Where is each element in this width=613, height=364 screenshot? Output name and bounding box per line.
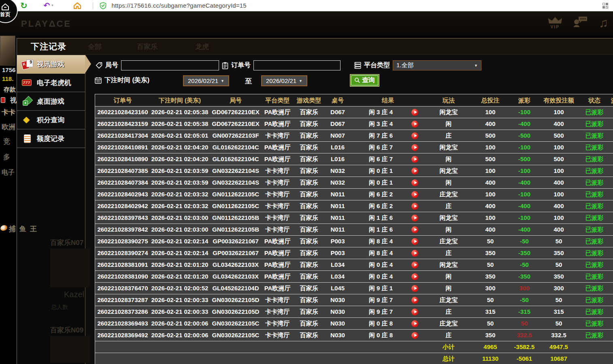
play-video-icon[interactable] (411, 273, 418, 280)
play-video-icon[interactable] (411, 238, 418, 245)
play-video-icon[interactable] (411, 168, 418, 175)
cell-play-type: 庄 (426, 330, 472, 341)
home-icon[interactable] (73, 2, 81, 9)
subtotal-bet: 4965 (472, 341, 509, 353)
date-to-select[interactable]: 2026/02/21 ▼ (261, 75, 307, 86)
play-video-icon[interactable] (411, 203, 418, 210)
cell-bet-time: 2026-02-21 02:05:38 (150, 106, 209, 118)
cell-result: 闲 6 庄 2 (350, 200, 426, 212)
cell-payout: -100 (509, 142, 540, 153)
tag-icon (96, 62, 102, 69)
date-from-select[interactable]: 2026/02/21 ▼ (183, 75, 229, 86)
home-badge-label: 首页 (0, 11, 11, 18)
cell-total-bet: 50 (472, 294, 509, 306)
cell-game-type: 百家乐 (293, 106, 325, 118)
url-text[interactable]: https://175616.cc/subgame?gameCategoryId… (111, 2, 246, 9)
cell-play-type: 庄龙宝 (426, 318, 472, 329)
play-video-icon[interactable] (411, 156, 418, 163)
undo-icon[interactable]: ↶ (44, 1, 50, 11)
cell-play-type: 庄龙宝 (426, 294, 472, 306)
music-icon[interactable]: ♫ (599, 17, 608, 29)
refresh-icon[interactable]: ↻ (20, 1, 28, 11)
round-id-input[interactable] (121, 60, 219, 70)
cell-play-type: 闲龙宝 (426, 106, 472, 118)
cell-platform: 卡卡湾厅 (262, 177, 293, 188)
cell-platform: PA欧洲厅 (262, 247, 293, 259)
chat-button[interactable] (573, 15, 588, 29)
cell-payout-time (611, 318, 613, 329)
search-button[interactable]: 查询 (350, 74, 379, 87)
cell-valid-bet: 100 (540, 165, 578, 177)
cell-play-type: 庄 (426, 200, 472, 212)
cell-status: 已派彩 (578, 142, 611, 153)
bg-nav-video: 视 (10, 96, 17, 105)
cell-payout: -400 (509, 200, 540, 212)
play-video-icon[interactable] (411, 250, 418, 257)
cell-valid-bet: 100 (540, 189, 578, 200)
cell-total-bet: 350 (472, 271, 509, 282)
cell-bet-time: 2026-02-21 02:04:20 (150, 142, 209, 153)
play-video-icon[interactable] (411, 285, 418, 292)
play-video-icon[interactable] (411, 297, 418, 304)
cell-result: 闲 9 庄 1 (350, 283, 426, 294)
table-row: 260221028373286 2026-02-21 02:00:33 GN03… (95, 306, 613, 318)
play-video-icon[interactable] (411, 109, 418, 116)
cell-order-id: 260221028410890 (95, 153, 150, 165)
play-video-icon[interactable] (411, 262, 418, 268)
bg-tab-all: 全部 (88, 42, 102, 51)
cell-result: 闲 7 庄 6 (350, 130, 426, 141)
undo-dropdown-caret[interactable]: ▼ (51, 4, 54, 7)
cell-platform: PA欧洲厅 (262, 283, 293, 294)
play-video-icon[interactable] (411, 226, 418, 233)
col-round-id: 局号 (209, 94, 262, 106)
cell-bet-time: 2026-02-21 02:05:01 (150, 130, 209, 141)
cell-platform: PA欧洲厅 (262, 153, 293, 165)
sidebar-item-table-games[interactable]: 桌面游戏 (17, 92, 85, 111)
cell-valid-bet: 350 (540, 271, 578, 282)
cell-status: 已派彩 (578, 330, 611, 341)
doc-icon (22, 134, 33, 143)
play-video-icon[interactable] (411, 144, 418, 151)
chevron-down-icon: ▼ (221, 79, 224, 83)
play-video-icon[interactable] (411, 309, 418, 315)
cell-table-no: L034 (325, 259, 350, 270)
vip-button[interactable]: VIP (548, 17, 562, 29)
cell-bet-time: 2026-02-21 02:00:06 (150, 318, 209, 329)
table-row: 260221028423159 2026-02-21 02:05:38 GD06… (95, 118, 613, 130)
platform-type-select[interactable]: 1.全部 ▼ (393, 60, 481, 70)
play-video-icon[interactable] (411, 179, 418, 186)
play-video-icon[interactable] (411, 191, 418, 198)
grid-menu-icon[interactable] (602, 3, 608, 9)
bg-nav-dianzi: 电子 (2, 168, 15, 177)
sidebar-item-credit-records[interactable]: 额度记录 (17, 130, 85, 148)
cell-payout-time (611, 189, 613, 200)
balance-points: 1756 (2, 66, 15, 73)
security-shield-icon[interactable] (100, 2, 106, 9)
date-to-value: 2026/02/21 (266, 77, 296, 84)
cell-total-bet: 100 (472, 106, 509, 118)
subtotal-valid: 4947.5 (540, 341, 578, 353)
cell-table-no: P003 (325, 236, 350, 247)
play-video-icon[interactable] (411, 132, 418, 139)
cell-table-no: N011 (325, 200, 350, 212)
platform-type-value: 1.全部 (396, 62, 414, 69)
sidebar-item-points[interactable]: 积分查询 (17, 111, 85, 130)
cell-valid-bet: 400 (540, 224, 578, 235)
cell-payout-time (611, 259, 613, 270)
cell-platform: PA欧洲厅 (262, 106, 293, 118)
cell-payout-time (611, 224, 613, 235)
table-row: 260221028381090 2026-02-21 02:01:20 GL03… (95, 271, 613, 283)
play-video-icon[interactable] (411, 332, 418, 339)
cell-table-no: N032 (325, 165, 350, 177)
cell-game-type: 百家乐 (293, 271, 325, 282)
play-video-icon[interactable] (411, 121, 418, 128)
sidebar-item-live-video[interactable]: 视讯游戏 (17, 55, 85, 74)
cell-order-id: 260221028373286 (95, 306, 150, 317)
table-row: 260221028407384 2026-02-21 02:03:59 GN03… (95, 177, 613, 189)
table-row: 260221028423160 2026-02-21 02:05:38 GD06… (95, 106, 613, 118)
play-video-icon[interactable] (411, 215, 418, 221)
order-id-input[interactable] (253, 60, 341, 70)
sidebar-item-slots[interactable]: 电子老虎机 (17, 74, 85, 92)
cell-payout: -400 (509, 177, 540, 188)
play-video-icon[interactable] (411, 320, 418, 327)
